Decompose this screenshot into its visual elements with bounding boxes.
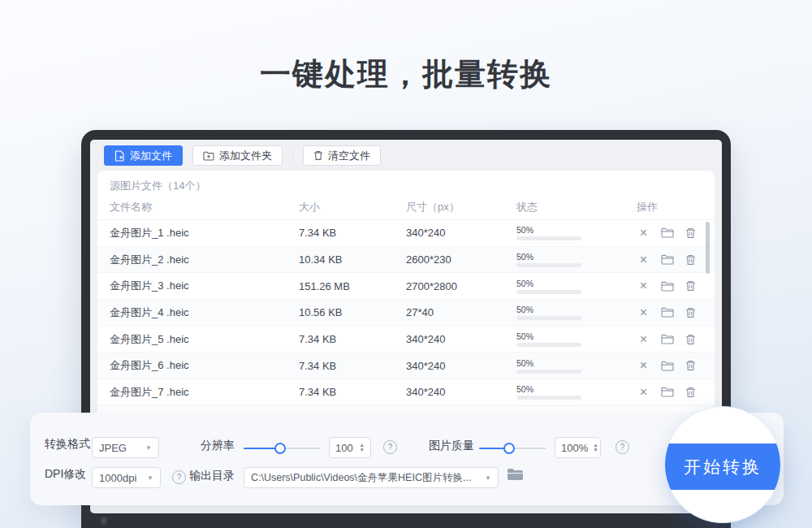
quality-value: 100% bbox=[561, 442, 588, 454]
open-folder-icon[interactable] bbox=[660, 385, 674, 399]
open-folder-icon[interactable] bbox=[660, 226, 674, 240]
resolution-help-icon[interactable]: ? bbox=[383, 440, 397, 454]
dpi-help-icon[interactable]: ? bbox=[172, 470, 186, 484]
status-cell: 50% bbox=[516, 331, 628, 347]
progress-bar bbox=[516, 396, 581, 400]
open-folder-icon[interactable] bbox=[660, 253, 674, 266]
delete-icon[interactable] bbox=[684, 253, 698, 266]
clear-files-button[interactable]: 清空文件 bbox=[303, 145, 381, 166]
open-folder-icon[interactable] bbox=[660, 359, 674, 373]
resolution-stepper[interactable]: 100 ▲▼ bbox=[329, 437, 371, 458]
folder-plus-icon bbox=[203, 151, 214, 161]
stepper-arrows-icon[interactable]: ▲▼ bbox=[360, 443, 365, 452]
delete-icon[interactable] bbox=[684, 332, 698, 346]
file-name: 金舟图片_7 .heic bbox=[110, 385, 299, 400]
quality-slider-handle[interactable] bbox=[503, 443, 515, 454]
page-title: 一键处理，批量转换 bbox=[0, 54, 812, 95]
actions-cell: × bbox=[628, 253, 715, 266]
file-size: 151.26 MB bbox=[299, 280, 406, 292]
cancel-icon[interactable]: × bbox=[637, 305, 650, 319]
stepper-arrows-icon[interactable]: ▲▼ bbox=[593, 443, 598, 452]
table-header: 文件名称 大小 尺寸（px） 状态 操作 bbox=[97, 198, 715, 216]
table-row[interactable]: 金舟图片_5 .heic 7.34 KB 340*240 50% × bbox=[97, 327, 715, 353]
dpi-select[interactable]: 1000dpi ▼ bbox=[92, 467, 161, 488]
file-list-card: 源图片文件（14个） 文件名称 大小 尺寸（px） 状态 操作 金舟图片_1 .… bbox=[97, 171, 715, 414]
toolbar-divider bbox=[292, 149, 293, 162]
file-size: 10.34 KB bbox=[299, 253, 406, 266]
dpi-label-wrap: DPI修改 bbox=[45, 467, 86, 482]
quality-stepper[interactable]: 100% ▲▼ bbox=[555, 437, 601, 458]
file-size: 7.34 KB bbox=[299, 333, 406, 345]
resolution-slider-handle[interactable] bbox=[274, 443, 286, 454]
file-size: 10.56 KB bbox=[299, 306, 406, 318]
table-row[interactable]: 金舟图片_2 .heic 10.34 KB 2600*230 50% × bbox=[97, 247, 715, 274]
delete-icon[interactable] bbox=[684, 226, 698, 240]
progress-label: 50% bbox=[516, 279, 628, 288]
progress-label: 50% bbox=[516, 384, 628, 394]
actions-cell: × bbox=[628, 385, 715, 399]
start-convert-label: 开始转换 bbox=[684, 456, 762, 478]
file-plus-icon bbox=[114, 150, 125, 162]
file-name: 金舟图片_3 .heic bbox=[110, 279, 299, 293]
cancel-icon[interactable]: × bbox=[637, 279, 650, 293]
bezel-dot bbox=[101, 517, 107, 525]
col-dimensions: 尺寸（px） bbox=[406, 200, 516, 214]
format-select[interactable]: JPEG ▼ bbox=[92, 437, 159, 458]
progress-bar bbox=[516, 236, 581, 240]
delete-icon[interactable] bbox=[684, 359, 698, 373]
status-cell: 50% bbox=[516, 305, 628, 320]
trash-icon bbox=[313, 150, 323, 161]
file-name: 金舟图片_4 .heic bbox=[110, 305, 299, 320]
add-file-button[interactable]: 添加文件 bbox=[104, 145, 183, 166]
status-cell: 50% bbox=[516, 358, 628, 374]
progress-label: 50% bbox=[516, 358, 628, 368]
scrollbar-thumb[interactable] bbox=[706, 222, 710, 274]
delete-icon[interactable] bbox=[684, 385, 698, 399]
open-folder-icon[interactable] bbox=[660, 332, 674, 346]
cancel-icon[interactable]: × bbox=[637, 385, 650, 399]
resolution-value: 100 bbox=[335, 442, 353, 454]
table-row[interactable]: 金舟图片_7 .heic 7.34 KB 340*240 50% × bbox=[97, 379, 715, 406]
cancel-icon[interactable]: × bbox=[637, 359, 650, 373]
progress-bar bbox=[516, 263, 581, 267]
progress-bar bbox=[516, 343, 581, 347]
output-label: 输出目录 bbox=[189, 469, 235, 483]
file-name: 金舟图片_6 .heic bbox=[110, 358, 299, 373]
table-row[interactable]: 金舟图片_1 .heic 7.34 KB 340*240 50% × bbox=[97, 220, 715, 247]
output-path-value: C:\Users\Public\Videos\金舟苹果HEIC图片转换... bbox=[251, 471, 471, 485]
open-folder-icon[interactable] bbox=[660, 279, 674, 293]
browse-folder-icon[interactable] bbox=[507, 468, 524, 482]
quality-label-wrap: 图片质量 bbox=[429, 439, 474, 453]
chevron-down-icon: ▼ bbox=[145, 444, 152, 452]
dpi-label: DPI修改 bbox=[45, 467, 86, 482]
file-name: 金舟图片_1 .heic bbox=[110, 226, 299, 240]
file-dim: 27*40 bbox=[406, 306, 516, 318]
table-row[interactable]: 金舟图片_6 .heic 7.34 KB 340*240 50% × bbox=[97, 353, 715, 379]
start-convert-button[interactable]: 开始转换 bbox=[665, 444, 780, 490]
actions-cell: × bbox=[628, 305, 715, 319]
resolution-slider[interactable] bbox=[244, 443, 321, 454]
open-folder-icon[interactable] bbox=[660, 305, 674, 319]
delete-icon[interactable] bbox=[684, 305, 698, 319]
cancel-icon[interactable]: × bbox=[637, 332, 650, 346]
resolution-label-wrap: 分辨率 bbox=[201, 439, 235, 453]
cancel-icon[interactable]: × bbox=[637, 253, 650, 266]
file-name: 金舟图片_5 .heic bbox=[110, 332, 299, 347]
quality-help-icon[interactable]: ? bbox=[615, 440, 629, 454]
file-dim: 2700*2800 bbox=[406, 280, 516, 292]
file-dim: 340*240 bbox=[406, 360, 516, 372]
file-dim: 340*240 bbox=[406, 333, 516, 345]
output-path-input[interactable]: C:\Users\Public\Videos\金舟苹果HEIC图片转换... ▼ bbox=[244, 467, 499, 488]
col-actions: 操作 bbox=[628, 200, 715, 214]
actions-cell: × bbox=[628, 332, 715, 346]
table-body: 金舟图片_1 .heic 7.34 KB 340*240 50% × 金舟图片_… bbox=[97, 219, 715, 406]
start-convert-circle: 开始转换 bbox=[664, 406, 781, 523]
delete-icon[interactable] bbox=[684, 279, 698, 293]
cancel-icon[interactable]: × bbox=[637, 226, 650, 240]
table-row[interactable]: 金舟图片_4 .heic 10.56 KB 27*40 50% × bbox=[97, 300, 715, 327]
status-cell: 50% bbox=[516, 384, 628, 400]
col-size: 大小 bbox=[299, 200, 406, 214]
table-row[interactable]: 金舟图片_3 .heic 151.26 MB 2700*2800 50% × bbox=[97, 273, 715, 300]
add-folder-button[interactable]: 添加文件夹 bbox=[192, 145, 283, 166]
quality-slider[interactable] bbox=[479, 443, 546, 454]
